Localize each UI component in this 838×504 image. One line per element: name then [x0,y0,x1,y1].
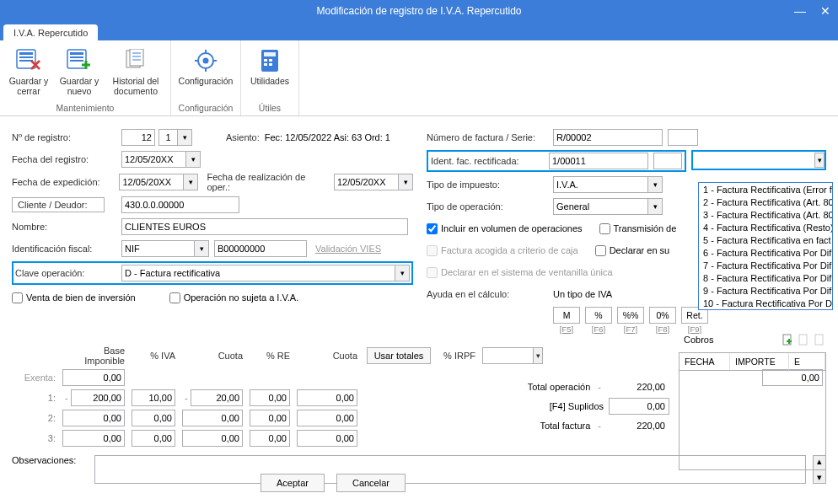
n-registro-sub-input[interactable] [158,129,177,146]
suplidos-input[interactable]: 0,00 [609,398,669,415]
transmision-checkbox[interactable]: Transmisión de [599,223,677,234]
fecha-registro-input[interactable] [121,151,185,168]
save-and-close-button[interactable]: Guardar y cerrar [5,44,52,101]
irpf-select[interactable] [482,347,533,364]
r1-cuota-input[interactable] [191,389,243,406]
close-button[interactable]: ✕ [813,0,838,22]
tipo-operacion-select[interactable] [553,198,647,215]
checkbox-icon[interactable] [169,292,180,303]
dropdown-option[interactable]: 2 - Factura Rectificativa (Art. 80 [699,196,832,208]
gear-icon [192,47,219,74]
r3-cuota2-input[interactable] [297,430,357,447]
label-clave-operacion: Clave operación: [15,268,121,278]
dropdown-option[interactable]: 4 - Factura Rectificativa (Resto) [699,221,832,233]
r2-re-input[interactable] [250,410,290,426]
save-and-new-button[interactable]: Guardar y nuevo [56,44,103,101]
r1-re-input[interactable] [250,389,290,406]
nombre-input[interactable] [121,218,408,235]
clave-operacion-select[interactable] [121,265,395,281]
edit-icon[interactable] [797,333,810,346]
checkbox-icon [427,267,438,278]
checkbox-icon[interactable] [427,223,438,234]
dropdown-option[interactable]: 6 - Factura Rectificativa Por Dif [699,246,832,259]
tipo-rectificativa-value[interactable] [693,153,814,168]
dropdown-arrow-icon[interactable]: ▾ [533,347,543,364]
cancel-button[interactable]: Cancelar [336,474,406,492]
ident-rectificada-input[interactable] [549,153,648,169]
dropdown-option[interactable]: 8 - Factura Rectificativa Por Dif [699,271,832,284]
dropdown-arrow-icon[interactable]: ▾ [814,153,825,168]
r3-pct-input[interactable] [132,430,175,447]
usar-totales-button[interactable]: Usar totales [367,347,432,364]
r3-base-input[interactable] [62,430,125,447]
num-factura-input[interactable] [553,129,663,146]
svg-rect-22 [269,59,272,62]
form-left-column: Nº de registro: ▾ Asiento: Fec: 12/05/20… [12,128,413,337]
label-asiento: Asiento: [226,132,260,142]
declarar-ventanilla-checkbox[interactable]: Declarar en el sistema de ventanilla úni… [427,267,613,278]
checkbox-icon[interactable] [595,245,606,256]
calc-pct-button[interactable]: % [585,307,612,324]
r3-re-input[interactable] [250,430,290,447]
dropdown-arrow-icon[interactable]: ▾ [177,129,192,146]
th-e: E [789,353,825,370]
r2-pct-input[interactable] [132,410,175,426]
r2-base-input[interactable] [62,410,125,426]
dropdown-option[interactable]: 7 - Factura Rectificativa Por Dif [699,259,832,271]
tipo-rectificativa-select[interactable]: ▾ [691,150,826,170]
id-fiscal-type-select[interactable] [121,240,194,257]
r1-cuota2-input[interactable] [297,389,357,406]
venta-bien-checkbox[interactable]: Venta de bien de inversión [12,292,136,303]
r3-cuota-input[interactable] [182,430,243,447]
configuration-button[interactable]: Configuración [176,44,235,101]
dropdown-arrow-icon[interactable]: ▾ [185,151,201,168]
n-registro-input[interactable] [121,129,155,146]
utilities-button[interactable]: Utilidades [246,44,293,101]
dropdown-option[interactable]: 5 - Factura Rectificativa en fact [699,233,832,246]
fecha-expedicion-input[interactable] [119,174,183,190]
asiento-text: Fec: 12/05/2022 Asi: 63 Ord: 1 [265,132,390,142]
cobros-panel: Cobros FECHA IMPORTE E [679,332,826,470]
dropdown-arrow-icon[interactable]: ▾ [183,174,198,190]
r2-cuota2-input[interactable] [297,410,357,426]
calc-m-button[interactable]: M [553,307,580,324]
tipo-impuesto-select[interactable] [553,176,647,193]
ident-rectificada-extra-input[interactable] [653,153,682,169]
serie-input[interactable] [668,129,698,146]
cliente-deudor-button[interactable]: Cliente / Deudor: [12,197,105,212]
dropdown-arrow-icon[interactable]: ▾ [398,174,413,190]
dropdown-arrow-icon[interactable]: ▾ [647,176,663,193]
calc-pctpct-button[interactable]: %% [617,307,644,324]
add-icon[interactable] [781,333,794,346]
dropdown-option[interactable]: 3 - Factura Rectificativa (Art. 80 [699,208,832,221]
r1-base-input[interactable] [71,389,125,406]
r2-cuota-input[interactable] [182,410,243,426]
dropdown-arrow-icon[interactable]: ▾ [395,265,410,281]
incluir-volumen-checkbox[interactable]: Incluir en volumen de operaciones [427,223,583,234]
id-fiscal-input[interactable] [214,240,307,257]
exenta-base-input[interactable] [62,369,125,386]
op-no-sujeta-checkbox[interactable]: Operación no sujeta a I.V.A. [169,292,299,303]
svg-rect-2 [19,56,33,58]
dropdown-option[interactable]: 9 - Factura Rectificativa Por Dif [699,284,832,297]
accept-button[interactable]: Aceptar [261,474,325,492]
dropdown-arrow-icon[interactable]: ▾ [647,198,663,215]
checkbox-icon[interactable] [599,223,610,234]
minimize-button[interactable]: — [787,0,813,22]
cobros-title: Cobros [679,332,718,347]
factura-caja-checkbox[interactable]: Factura acogida a criterio de caja [427,245,578,256]
tipo-rectificativa-dropdown[interactable]: 1 - Factura Rectificativa (Error f 2 - F… [698,182,833,310]
tab-iva-repercutido[interactable]: I.V.A. Repercutido [3,24,98,40]
checkbox-icon[interactable] [12,292,23,303]
validacion-vies-link[interactable]: Validación VIES [315,244,381,254]
fecha-realizacion-input[interactable] [334,174,398,190]
delete-icon[interactable] [813,333,826,346]
calc-0pct-button[interactable]: 0% [649,307,676,324]
document-history-button[interactable]: Historial del documento [106,44,165,101]
dropdown-option[interactable]: 10 - Factura Rectificativa Por D [699,297,832,309]
r1-pct-input[interactable] [132,389,175,406]
dropdown-arrow-icon[interactable]: ▾ [194,240,209,257]
cliente-input[interactable] [121,196,239,213]
dropdown-option[interactable]: 1 - Factura Rectificativa (Error f [699,183,832,196]
declarar-su-checkbox[interactable]: Declarar en su [595,245,670,256]
